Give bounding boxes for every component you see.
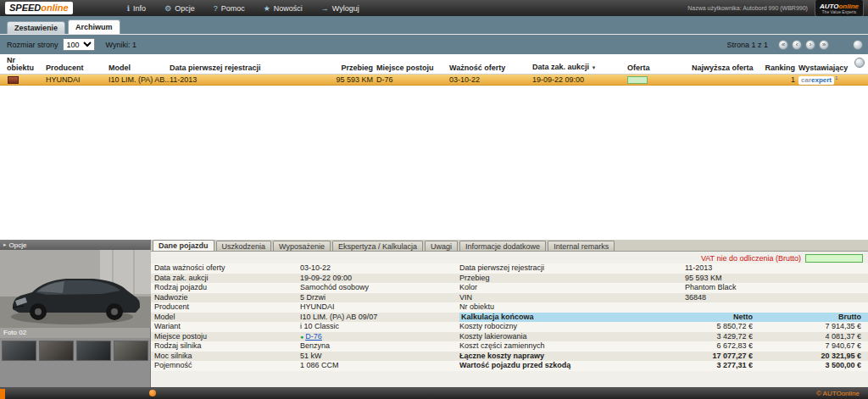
detail-row: Rodzaj silnika Benzyna Koszt części zami…	[151, 341, 868, 352]
opcje-label: Opcje	[9, 241, 27, 249]
photo-thumbnail-2[interactable]	[39, 341, 74, 361]
tab-uszkodzenia[interactable]: Uszkodzenia	[216, 241, 272, 251]
tab-informacje-dodatkowe[interactable]: Informacje dodatkowe	[459, 241, 546, 251]
column-header-waznosc-oferty[interactable]: Ważność oferty	[449, 64, 532, 72]
table-empty-area	[0, 86, 868, 240]
menu-label: Wyloguj	[332, 4, 359, 13]
column-header-ranking[interactable]: Ranking	[765, 64, 798, 72]
collapse-arrow-icon: ▸	[3, 241, 7, 248]
photo-thumbnail-4[interactable]	[114, 341, 148, 361]
detail-label: Koszty lakierowania	[459, 332, 685, 342]
detail-label: Moc silnika	[151, 352, 300, 362]
detail-label: Nadwozie	[151, 293, 300, 303]
next-page-button[interactable]: ›	[805, 40, 815, 50]
calc-netto-value: 5 850,72 €	[685, 322, 753, 332]
username-text: Nazwa użytkownika: Autobord 990 (WBR990)	[687, 5, 808, 11]
last-page-button[interactable]: »	[819, 40, 829, 50]
speedonline-logo[interactable]: SPEEDonline	[5, 2, 73, 14]
top-bar: SPEEDonline ℹ Info ⚙ Opcje ? Pomoc ★ Now…	[0, 0, 868, 16]
detail-label: Koszt części zamiennych	[459, 341, 685, 352]
detail-row-pre-damage-value: Pojemność 1 086 CCM Wartość pojazdu prze…	[151, 361, 868, 371]
prev-page-button[interactable]: ‹	[792, 40, 802, 50]
parking-location-link[interactable]: D-76	[305, 332, 322, 341]
detail-value: ●D-76	[300, 332, 459, 342]
tab-internal-remarks[interactable]: Internal remarks	[548, 241, 615, 251]
column-header-producent[interactable]: Producent	[46, 64, 108, 72]
opcje-collapse-bar[interactable]: ▸ Opcje	[0, 240, 150, 250]
vehicle-photo[interactable]	[0, 250, 150, 328]
detail-value: Samochód osobowy	[300, 283, 459, 293]
detail-label: Koszty robocizny	[459, 322, 685, 332]
menu-item-opcje[interactable]: ⚙ Opcje	[164, 4, 195, 13]
footer-bar: © AUTOonline	[0, 387, 868, 399]
detail-row: Miejsce postoju ●D-76 Koszty lakierowani…	[151, 332, 868, 342]
detail-value: 95 593 KM	[685, 274, 868, 284]
menu-item-wyloguj[interactable]: → Wyloguj	[321, 4, 359, 13]
tab-ekspertyza[interactable]: Ekspertyza / Kalkulacja	[332, 241, 423, 251]
detail-label: Wariant	[151, 322, 300, 332]
detail-row-total: Moc silnika 51 kW Łączne koszty naprawy …	[151, 352, 868, 362]
first-page-button[interactable]: «	[778, 40, 788, 50]
row-oferta-cell	[627, 76, 692, 84]
detail-row: Data zak. aukcji 19-09-22 09:00 Przebieg…	[151, 274, 868, 284]
tab-wyposazenie[interactable]: Wyposażenie	[273, 241, 331, 251]
footer-copyright-link[interactable]: © AUTOonline	[816, 390, 868, 397]
column-header-data-zak-aukcji[interactable]: Data zak. aukcji ▼	[532, 64, 627, 72]
tab-zestawienie[interactable]: Zestawienie	[7, 21, 65, 34]
page-options-button[interactable]	[853, 40, 863, 50]
menu-label: Pomoc	[221, 4, 245, 13]
column-header-nr-obiektu[interactable]: Nr obiektu	[7, 57, 46, 72]
star-icon: ★	[264, 4, 270, 13]
vehicle-detail-pane: Dane pojazdu Uszkodzenia Wyposażenie Eks…	[151, 240, 868, 387]
photo-thumbnails	[0, 338, 150, 363]
menu-item-info[interactable]: ℹ Info	[127, 4, 146, 13]
column-header-wystawiajacy[interactable]: Wystawiający	[798, 64, 861, 72]
results-count: Wyniki: 1	[106, 41, 136, 49]
list-toolbar: Rozmiar strony 100 Wyniki: 1 Strona 1 z …	[0, 35, 868, 54]
detail-label: VIN	[459, 293, 685, 303]
detail-row: Wariant i 10 Classic Koszty robocizny 5 …	[151, 322, 868, 332]
detail-content: VAT nie do odliczenia (Brutto) Data ważn…	[151, 252, 868, 387]
detail-tabstrip: Dane pojazdu Uszkodzenia Wyposażenie Eks…	[151, 240, 868, 252]
tab-uwagi[interactable]: Uwagi	[425, 241, 458, 251]
photo-pane: ▸ Opcje	[0, 240, 151, 387]
speedonline-app: SPEEDonline ℹ Info ⚙ Opcje ? Pomoc ★ Now…	[0, 0, 868, 399]
column-header-przebieg[interactable]: Przebieg	[336, 64, 376, 72]
column-header-najwyzsza-oferta[interactable]: Najwyższa oferta	[692, 64, 765, 72]
column-header-model[interactable]: Model	[108, 64, 170, 72]
tab-archiwum[interactable]: Archiwum	[68, 19, 120, 34]
calc-brutto-value: 4 081,37 €	[753, 332, 868, 342]
pager: Strona 1 z 1 « ‹ › »	[726, 40, 863, 50]
logo-speed-text: SPEED	[9, 3, 41, 13]
photo-thumbnail-1[interactable]	[2, 341, 36, 361]
column-header-data-rejestracji[interactable]: Data pierwszej rejestracji	[170, 64, 336, 72]
detail-value: 1 086 CCM	[300, 361, 459, 371]
detail-row: Nadwozie 5 Drzwi VIN 36848	[151, 293, 868, 303]
vat-note: VAT nie do odliczenia (Brutto)	[701, 254, 801, 263]
column-header-miejsce-postoju[interactable]: Miejsce postoju	[376, 64, 449, 72]
detail-value: 03-10-22	[300, 263, 459, 274]
calc-netto-value: 6 672,83 €	[685, 341, 753, 352]
table-row[interactable]: HYUNDAI I10 LIM. (PA) AB... 11-2013 95 5…	[0, 75, 868, 86]
detail-value: 11-2013	[685, 263, 868, 274]
autoonline-logo: AUTOonline The Value Experts	[815, 0, 864, 17]
calc-title: Kalkulacja końcowa	[459, 313, 685, 323]
footer-corner-accent	[0, 389, 5, 399]
vat-input[interactable]	[805, 254, 863, 263]
photo-thumbnail-3[interactable]	[76, 341, 111, 361]
calc-brutto-header: Brutto	[753, 313, 868, 323]
vat-row: VAT nie do odliczenia (Brutto)	[151, 252, 868, 263]
tab-dane-pojazdu[interactable]: Dane pojazdu	[153, 240, 214, 251]
row-miejsce: D-76	[376, 75, 449, 84]
column-options-button[interactable]	[854, 58, 865, 68]
menu-item-pomoc[interactable]: ? Pomoc	[214, 4, 245, 13]
page-size-select[interactable]: 100	[63, 38, 95, 51]
menu-item-nowosci[interactable]: ★ Nowości	[264, 4, 303, 13]
detail-label: Data ważności oferty	[151, 263, 300, 274]
page-indicator: Strona 1 z 1	[726, 41, 768, 49]
offer-input[interactable]	[627, 76, 648, 84]
calc-netto-value: 3 277,31 €	[685, 361, 753, 371]
menu-label: Opcje	[175, 4, 195, 13]
detail-label: Model	[151, 313, 300, 323]
column-header-oferta[interactable]: Oferta	[627, 64, 692, 72]
